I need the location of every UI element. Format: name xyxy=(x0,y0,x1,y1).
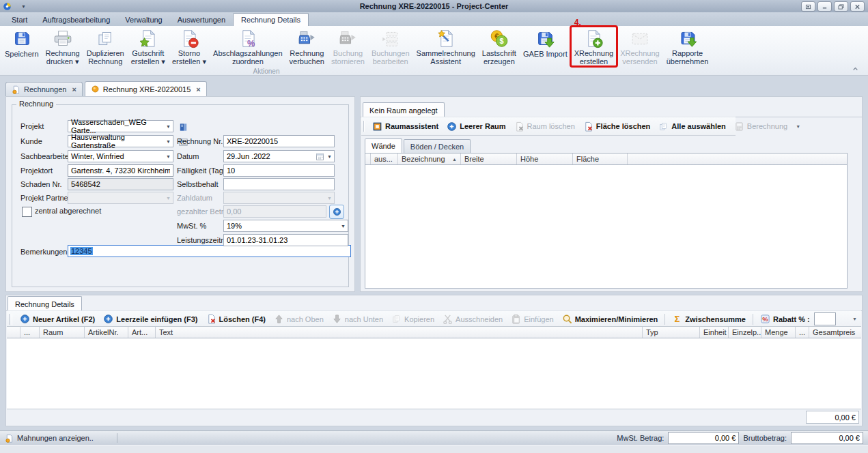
dropdown-caret-icon[interactable]: ▼ xyxy=(166,124,171,129)
rows-icon xyxy=(380,29,401,48)
loeschen-button[interactable]: Löschen (F4) xyxy=(202,312,270,325)
column-header-artikelnr[interactable]: ArtikelNr. xyxy=(85,327,128,338)
column-header-aus[interactable]: aus... xyxy=(371,154,398,164)
column-header-bezeichnung[interactable]: Bezeichnung ▲ xyxy=(398,154,461,164)
tab-boeden-decken[interactable]: Böden / Decken xyxy=(404,139,471,153)
xrechnung-erstellen-button[interactable]: XRechnung erstellen xyxy=(571,27,617,66)
nach-oben-button: nach Oben xyxy=(270,312,328,325)
projekt-partner-combo: ▼ xyxy=(68,192,173,204)
lastschrift-erzeugen-button[interactable]: Lastschrift erzeugen xyxy=(479,27,520,66)
rapporte-uebernehmen-button[interactable]: Rapporte übernehmen xyxy=(663,27,712,66)
column-header-flaeche[interactable]: Fläche xyxy=(573,154,628,164)
rechnung-drucken-button[interactable]: Rechnung drucken ▾ xyxy=(42,27,83,66)
column-header-breite[interactable]: Breite xyxy=(461,154,517,164)
faelligkeit-input[interactable] xyxy=(224,165,334,176)
doc-tab-rechnung-xre[interactable]: Rechnung XRE-20220015 × xyxy=(85,81,207,96)
maximieren-minimieren-button[interactable]: Maximieren/Minimieren xyxy=(558,312,662,325)
mwst-betrag-field xyxy=(668,432,739,444)
abschlagszahlungen-zuordnen-button[interactable]: Abschlagszahlungen zuordnen xyxy=(210,27,286,66)
storno-erstellen-button[interactable]: Storno erstellen ▾ xyxy=(169,27,210,66)
room-status-tab[interactable]: Kein Raum angelegt xyxy=(363,102,445,117)
dropdown-caret-icon[interactable]: ▼ xyxy=(166,154,171,159)
tab-auftragsbearbeitung[interactable]: Auftragsbearbeitung xyxy=(35,14,117,26)
speichern-button[interactable]: Speichern xyxy=(1,27,42,66)
leerzeile-einfuegen-button[interactable]: Leerzeile einfügen (F3) xyxy=(99,312,201,325)
dropdown-caret-icon[interactable]: ▼ xyxy=(327,154,332,159)
rechnung-nr-input[interactable] xyxy=(224,136,334,147)
cash-register-icon xyxy=(337,29,358,48)
projekt-combo[interactable]: Wasserschaden_WEG Garte... ▼ xyxy=(68,120,173,132)
column-header-typ[interactable]: Typ xyxy=(643,327,700,338)
copy-pages-icon xyxy=(95,29,115,48)
dropdown-caret-icon[interactable]: ▼ xyxy=(341,224,346,229)
zentral-abgerechnet-checkbox[interactable] xyxy=(22,207,32,217)
minimize-button[interactable] xyxy=(817,1,832,12)
faelligkeit-field[interactable] xyxy=(223,164,335,177)
column-header-einheit[interactable]: Einheit xyxy=(700,327,729,338)
column-header-text[interactable]: Text xyxy=(156,327,643,338)
column-header-einzelp[interactable]: Einzelp... xyxy=(729,327,761,338)
sachbearbeiter-combo[interactable]: Winter, Winfried ▼ xyxy=(68,150,173,162)
collapse-ribbon-icon[interactable] xyxy=(851,64,860,73)
leistungszeitraum-field[interactable] xyxy=(223,234,348,246)
datum-field[interactable]: 29.Jun .2022 ▼ xyxy=(223,150,335,162)
gaeb-import-button[interactable]: GAEB Import xyxy=(520,27,571,66)
tab-rechnung-details[interactable]: Rechnung Details xyxy=(233,13,309,26)
nach-unten-button: nach Unten xyxy=(328,312,387,325)
column-header-hoehe[interactable]: Höhe xyxy=(517,154,573,164)
rechnung-verbuchen-button[interactable]: Rechnung verbuchen xyxy=(286,27,328,66)
schaden-nr-input[interactable] xyxy=(68,179,173,190)
toolbar-grip[interactable] xyxy=(363,121,365,132)
projektort-field[interactable] xyxy=(68,164,173,177)
room-table-body[interactable] xyxy=(365,165,848,289)
tab-start[interactable]: Start xyxy=(4,14,35,26)
envelope-icon xyxy=(630,29,650,48)
toolbar-overflow-caret-icon[interactable]: ▼ xyxy=(796,124,800,129)
tab-verwaltung[interactable]: Verwaltung xyxy=(117,14,169,26)
add-payment-button[interactable] xyxy=(329,205,344,219)
duplizieren-rechnung-button[interactable]: Duplizieren Rechnung xyxy=(83,27,128,66)
tab-auswertungen[interactable]: Auswertungen xyxy=(170,14,233,26)
alle-auswaehlen-button[interactable]: Alle auswählen xyxy=(654,120,729,133)
toolbar-grip[interactable] xyxy=(9,314,12,325)
details-table-body[interactable] xyxy=(7,338,861,409)
flaeche-loeschen-button[interactable]: Fläche löschen xyxy=(579,120,654,133)
floppy-icon xyxy=(12,29,32,49)
dropdown-caret-icon[interactable]: ▼ xyxy=(166,139,171,144)
selbstbehalt-input[interactable] xyxy=(224,179,334,190)
sammelrechnung-assistent-button[interactable]: Sammelrechnung Assistent xyxy=(413,27,479,66)
gutschrift-erstellen-button[interactable]: Gutschrift erstellen ▾ xyxy=(128,27,169,66)
leerer-raum-button[interactable]: Leerer Raum xyxy=(443,120,509,133)
selbstbehalt-field[interactable] xyxy=(223,178,335,190)
calendar-icon[interactable] xyxy=(316,152,324,161)
kunde-combo[interactable]: Hausverwaltung Gartenstraße ▼ xyxy=(68,135,173,147)
column-header-menge[interactable]: Menge xyxy=(761,327,796,338)
doc-tab-rechnungen[interactable]: Rechnungen × xyxy=(5,82,83,96)
bemerkungen-field[interactable]: 12345 xyxy=(68,245,351,257)
close-tab-icon[interactable]: × xyxy=(196,85,200,93)
raumassistent-button[interactable]: Raumassistent xyxy=(368,120,443,133)
cash-register-icon xyxy=(296,29,317,48)
mahnungen-anzeigen-link[interactable]: Mahnungen anzeigen.. xyxy=(5,434,94,443)
rechnung-nr-field[interactable] xyxy=(223,135,335,147)
column-header-gesamtpreis[interactable]: Gesamtpreis xyxy=(809,327,861,338)
rabatt-input[interactable] xyxy=(814,312,836,325)
restore-button[interactable] xyxy=(834,1,848,12)
toolbar-overflow-caret-icon[interactable]: ▼ xyxy=(852,317,857,321)
mwst-combo[interactable]: 19% ▼ xyxy=(223,220,348,232)
fullscreen-button[interactable] xyxy=(801,1,815,12)
column-header-dots2[interactable]: ... xyxy=(796,327,809,338)
close-button[interactable] xyxy=(850,1,865,12)
close-tab-icon[interactable]: × xyxy=(72,85,76,93)
tab-waende[interactable]: Wände xyxy=(365,138,402,153)
projektort-input[interactable] xyxy=(68,165,173,176)
column-header-raum[interactable]: Raum xyxy=(40,327,85,338)
projekt-book-button[interactable] xyxy=(176,120,190,134)
column-header-art[interactable]: Art... xyxy=(128,327,156,338)
leistungszeitraum-input[interactable] xyxy=(224,235,348,246)
neuer-artikel-button[interactable]: Neuer Artikel (F2) xyxy=(16,312,99,325)
rechnung-details-tab[interactable]: Rechnung Details xyxy=(8,296,82,311)
column-header-dots1[interactable]: ... xyxy=(20,327,40,338)
zwischensumme-button[interactable]: Zwischensumme xyxy=(668,312,750,325)
schaden-nr-field[interactable] xyxy=(68,178,173,190)
